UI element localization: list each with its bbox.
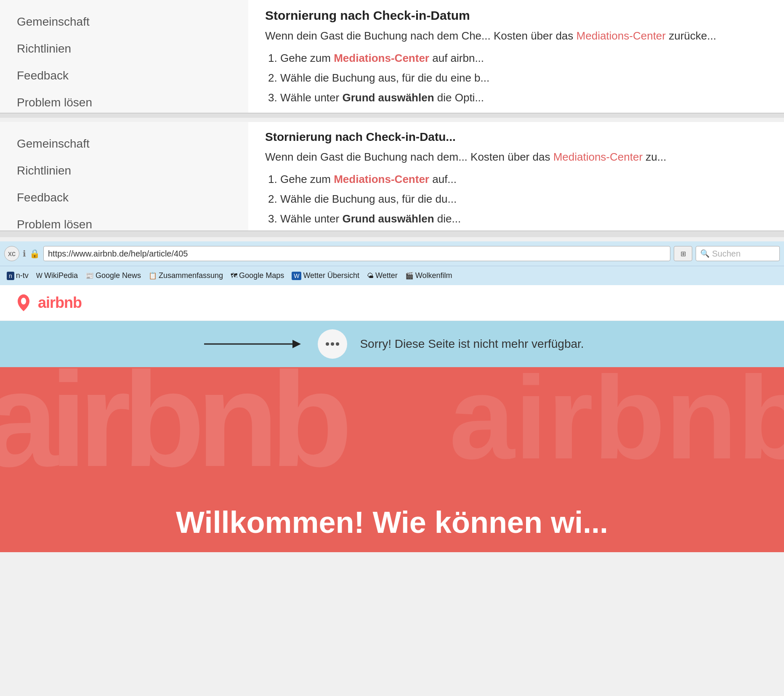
search-placeholder: Suchen [712, 249, 741, 259]
content-area-2: Stornierung nach Check-in-Datu... Wenn d… [248, 122, 784, 230]
nav-item-feedback-2[interactable]: Feedback [17, 184, 231, 211]
bookmark-wolkenfilm-icon: 🎬 [405, 272, 414, 280]
airbnb-logo-icon [13, 292, 35, 314]
hero-swirl-1: airbnb [0, 367, 344, 497]
svg-point-4 [336, 342, 339, 346]
browser-ui: xc ℹ 🔒 https://www.airbnb.de/help/articl… [0, 241, 784, 285]
step1-link-2[interactable]: Mediations-Center [334, 173, 429, 185]
mediations-center-link-2[interactable]: Mediations-Center [553, 151, 643, 163]
mediations-center-link-1[interactable]: Mediations-Center [577, 29, 666, 42]
info-icon-wrap[interactable]: ℹ [23, 249, 26, 259]
chat-dots-icon [324, 338, 341, 350]
bookmark-wolkenfilm-label: Wolkenfilm [415, 271, 452, 280]
bookmark-wikipedia-label: WikiPedia [44, 271, 78, 280]
bookmark-wikipedia[interactable]: W WikiPedia [34, 270, 80, 281]
bookmarks-bar: n n-tv W WikiPedia 📰 Google News 📋 Zusam… [0, 266, 784, 285]
bookmark-zusammen-label: Zusammenfassung [159, 271, 223, 280]
bookmark-wetter-label: Wetter [375, 271, 398, 280]
bookmark-wetter[interactable]: 🌤 Wetter [364, 270, 400, 281]
hero-title: Willkommen! Wie können wi... [176, 505, 608, 540]
step-4-1: Gib den gewünschten Betrag und die W... [280, 107, 767, 113]
step-4-2: Gib den gewünschten Betrag und d... [280, 228, 767, 230]
step1-link-1[interactable]: Mediations-Center [334, 52, 429, 64]
nav-sidebar-1: Gemeinschaft Richtlinien Feedback Proble… [0, 0, 248, 113]
airbnb-header: airbnb [0, 285, 784, 321]
svg-marker-1 [292, 340, 301, 348]
step-3-1: Wähle unter Grund auswählen die Opti... [280, 88, 767, 108]
url-text: https://www.airbnb.de/help/article/405 [48, 249, 188, 259]
bookmark-gmaps-icon: 🗺 [231, 272, 237, 280]
browser-action-button[interactable]: ⊞ [674, 246, 692, 261]
bookmark-gnews-icon: 📰 [85, 272, 94, 280]
nav-item-gemeinschaft-1[interactable]: Gemeinschaft [17, 8, 231, 35]
bookmark-ntv[interactable]: n n-tv [4, 270, 31, 281]
bookmark-gnews-label: Google News [96, 271, 141, 280]
content-area-1: Stornierung nach Check-in-Datum Wenn dei… [248, 0, 784, 113]
content-intro-1: Wenn dein Gast die Buchung nach dem Che.… [265, 28, 767, 44]
nav-item-gemeinschaft-2[interactable]: Gemeinschaft [17, 130, 231, 157]
screenshot-strip-1: Gemeinschaft Richtlinien Feedback Proble… [0, 0, 784, 114]
arrow-icon [200, 336, 305, 352]
lock-icon: 🔒 [29, 249, 40, 259]
bookmark-wikipedia-icon: W [36, 272, 43, 280]
bookmark-ntv-icon: n [7, 272, 14, 280]
bookmark-gnews[interactable]: 📰 Google News [83, 270, 144, 281]
bookmark-zusammen-icon: 📋 [149, 272, 157, 280]
steps-list-2: Gehe zum Mediations-Center auf... Wähle … [265, 169, 767, 230]
hero-section: airbnb airbnb Willkommen! Wie können wi.… [0, 367, 784, 552]
content-title-2: Stornierung nach Check-in-Datu... [265, 130, 767, 144]
nav-item-richtlinien-1[interactable]: Richtlinien [17, 35, 231, 62]
search-bar[interactable]: 🔍 Suchen [696, 246, 780, 261]
step-3-2: Wähle unter Grund auswählen die... [280, 209, 767, 229]
bookmark-wetter-u-label: Wetter Übersicht [303, 271, 359, 280]
browser-xc-button[interactable]: xc [4, 246, 19, 261]
bookmark-wetter-u-icon: W [292, 272, 301, 280]
bookmark-wetter-icon: 🌤 [367, 272, 374, 280]
steps-list-1: Gehe zum Mediations-Center auf airbn... … [265, 48, 767, 113]
lock-icon-wrap: 🔒 [29, 249, 40, 259]
nav-item-problem-2[interactable]: Problem lösen [17, 211, 231, 231]
svg-point-2 [326, 342, 329, 346]
chat-bubble-icon [318, 329, 347, 359]
content-title-1: Stornierung nach Check-in-Datum [265, 8, 767, 23]
step-2-2: Wähle die Buchung aus, für die du... [280, 189, 767, 209]
section-gap [0, 231, 784, 237]
step-1-2: Gehe zum Mediations-Center auf... [280, 169, 767, 189]
url-bar[interactable]: https://www.airbnb.de/help/article/405 [43, 246, 670, 261]
nav-item-problem-1[interactable]: Problem lösen [17, 89, 231, 114]
hero-swirl-2: airbnb [449, 367, 784, 485]
browser-toolbar: xc ℹ 🔒 https://www.airbnb.de/help/articl… [0, 241, 784, 266]
info-icon: ℹ [23, 249, 26, 259]
svg-point-3 [331, 342, 334, 346]
content-intro-2: Wenn dein Gast die Buchung nach dem... K… [265, 149, 767, 165]
action-icon: ⊞ [680, 250, 686, 258]
bookmark-gmaps[interactable]: 🗺 Google Maps [228, 270, 287, 281]
arrow-indicator [200, 336, 305, 352]
notification-text: Sorry! Diese Seite ist nicht mehr verfüg… [360, 337, 584, 351]
screenshot-strip-2: Gemeinschaft Richtlinien Feedback Proble… [0, 122, 784, 231]
notification-bar: Sorry! Diese Seite ist nicht mehr verfüg… [0, 321, 784, 367]
step-2-1: Wähle die Buchung aus, für die du eine b… [280, 68, 767, 88]
xc-label: xc [8, 249, 16, 258]
bookmark-zusammen[interactable]: 📋 Zusammenfassung [146, 270, 226, 281]
nav-item-richtlinien-2[interactable]: Richtlinien [17, 157, 231, 184]
airbnb-logo[interactable]: airbnb [13, 292, 82, 314]
bookmark-ntv-label: n-tv [16, 271, 29, 280]
bookmark-wetter-u[interactable]: W Wetter Übersicht [289, 270, 362, 281]
nav-item-feedback-1[interactable]: Feedback [17, 62, 231, 89]
step-1-1: Gehe zum Mediations-Center auf airbn... [280, 48, 767, 68]
airbnb-page: airbnb Sorry! Diese Seite ist nicht mehr… [0, 285, 784, 552]
status-bar-2: https://de.airbnb.com/help/question/405 [0, 230, 784, 231]
airbnb-logo-text: airbnb [38, 294, 82, 312]
bookmark-wolkenfilm[interactable]: 🎬 Wolkenfilm [403, 270, 455, 281]
search-icon: 🔍 [700, 249, 710, 258]
nav-sidebar-2: Gemeinschaft Richtlinien Feedback Proble… [0, 122, 248, 230]
status-bar-1: https://de.airbnb.com/help/question/405?… [0, 113, 784, 114]
bookmark-gmaps-label: Google Maps [239, 271, 284, 280]
strip-gap [0, 114, 784, 118]
